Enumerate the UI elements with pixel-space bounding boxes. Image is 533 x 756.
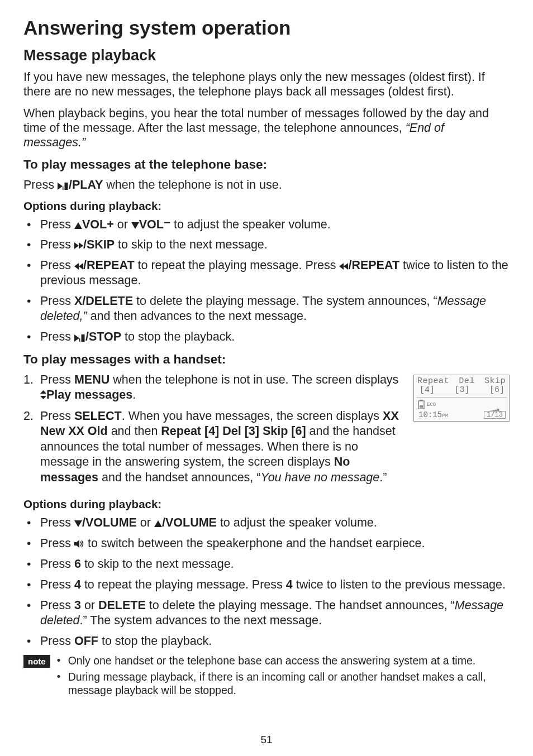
- txt: to stop the playback.: [121, 330, 235, 343]
- txt: or: [114, 218, 131, 231]
- txt: .: [132, 388, 136, 401]
- fast-forward-icon: [74, 242, 83, 249]
- svg-rect-13: [81, 334, 84, 342]
- key-4-label: 4: [286, 578, 293, 591]
- triangle-up-icon: [154, 520, 162, 527]
- txt: Press: [40, 330, 74, 343]
- notes-list: Only one handset or the telephone base c…: [56, 654, 510, 699]
- txt: Press: [40, 259, 74, 272]
- txt: Press: [40, 537, 74, 550]
- txt: Press: [40, 409, 74, 423]
- list-item: Only one handset or the telephone base c…: [56, 654, 510, 667]
- vol-minus-label: VOL–: [139, 216, 170, 231]
- updown-arrow-icon: [40, 390, 46, 399]
- list-item: Press OFF to stop the playback.: [23, 634, 510, 649]
- svg-marker-14: [40, 390, 46, 394]
- txt: twice to listen to the previous message.: [293, 578, 506, 591]
- txt: to adjust the speaker volume.: [170, 218, 331, 231]
- svg-marker-19: [74, 520, 82, 527]
- rewind-icon: [74, 263, 83, 270]
- battery-icon: [417, 400, 425, 411]
- list-item: Press /VOLUME or /VOLUME to adjust the s…: [23, 515, 510, 530]
- svg-rect-1: [63, 186, 64, 190]
- txt: and the handset announces, “: [98, 471, 260, 484]
- txt: and then: [108, 424, 161, 438]
- txt: .”: [379, 471, 387, 484]
- handset-screen-illustration: Repeat Del Skip [4] [3] [6] ECO 10:15PM: [413, 375, 510, 422]
- lcd-skip-label: Skip: [484, 377, 506, 386]
- lcd-key-4: [4]: [420, 386, 435, 395]
- intro-paragraph-1: If you have new messages, the telephone …: [23, 70, 510, 99]
- stop-button-label: /STOP: [85, 330, 121, 343]
- triangle-down-icon: [131, 222, 139, 229]
- speaker-icon: [74, 540, 84, 548]
- svg-marker-8: [74, 263, 79, 270]
- txt: Press: [40, 516, 74, 529]
- base-options-list: Press VOL+ or VOL– to adjust the speaker…: [23, 217, 510, 344]
- svg-marker-10: [339, 263, 344, 270]
- play-stop-icon: [58, 183, 69, 190]
- base-press-instruction: Press /PLAY when the telephone is not in…: [23, 178, 510, 192]
- base-play-heading: To play messages at the telephone base:: [23, 157, 510, 172]
- svg-marker-11: [74, 334, 79, 342]
- triangle-up-icon: [74, 222, 82, 229]
- list-item: During message playback, if there is an …: [56, 670, 510, 697]
- list-item: Press to switch between the speakerphone…: [23, 536, 510, 551]
- lcd-key-3: [3]: [454, 386, 469, 395]
- svg-marker-15: [40, 396, 46, 399]
- txt: or: [137, 516, 154, 529]
- txt: Press: [40, 294, 74, 308]
- svg-rect-18: [420, 405, 423, 408]
- svg-rect-2: [64, 183, 68, 190]
- txt: Press: [40, 599, 74, 612]
- txt: to repeat the playing message. Press: [135, 259, 340, 272]
- txt: . When you have messages, the screen dis…: [122, 409, 383, 423]
- lcd-time: 10:15PM: [418, 411, 448, 419]
- section-heading: Message playback: [23, 47, 510, 64]
- delete-button-label: DELETE: [98, 599, 146, 612]
- delete-button-label: X/DELETE: [74, 294, 133, 308]
- svg-marker-20: [154, 520, 162, 527]
- lcd-eco-label: ECO: [427, 403, 436, 408]
- play-button-label: /PLAY: [69, 178, 103, 192]
- svg-rect-12: [79, 338, 80, 342]
- list-item: Press 4 to repeat the playing message. P…: [23, 577, 510, 592]
- skip-button-label: /SKIP: [83, 238, 115, 251]
- txt: when the telephone is not in use. The sc…: [110, 373, 398, 386]
- options-heading-handset: Options during playback:: [23, 497, 510, 511]
- list-item: Press /REPEAT to repeat the playing mess…: [23, 258, 510, 288]
- key-3-label: 3: [74, 599, 81, 612]
- handset-options-list: Press /VOLUME or /VOLUME to adjust the s…: [23, 515, 510, 648]
- options-heading-base: Options during playback:: [23, 199, 510, 213]
- txt: to skip to the next message.: [115, 238, 268, 251]
- txt: to stop the playback.: [98, 634, 212, 648]
- intro-paragraph-2: When playback begins, you hear the total…: [23, 106, 510, 150]
- lcd-del-label: Del: [459, 377, 475, 386]
- lcd-message-count: ▁▂▃▅ 1/13: [484, 411, 506, 419]
- lcd-repeat-label: Repeat: [417, 377, 449, 386]
- txt: to adjust the speaker volume.: [217, 516, 377, 529]
- svg-marker-4: [131, 222, 139, 229]
- svg-marker-7: [79, 263, 83, 270]
- play-stop-icon: [74, 334, 85, 342]
- txt: Press: [40, 238, 74, 251]
- select-button-label: SELECT: [74, 409, 122, 423]
- txt: to switch between the speakerphone and t…: [84, 537, 425, 550]
- repeat-button-label: /REPEAT: [348, 259, 399, 272]
- page-title: Answering system operation: [23, 17, 510, 39]
- txt: Press: [40, 557, 74, 571]
- triangle-down-icon: [74, 520, 82, 527]
- lcd-key-6: [6]: [489, 386, 505, 395]
- no-message-announce: You have no message: [260, 471, 379, 484]
- note-badge: note: [23, 655, 50, 668]
- vol-plus-label: VOL+: [82, 218, 114, 231]
- txt: Press: [40, 373, 74, 386]
- txt: Press: [40, 218, 74, 231]
- svg-marker-6: [79, 242, 83, 249]
- volume-up-label: /VOLUME: [162, 516, 217, 529]
- key-6-label: 6: [74, 557, 81, 571]
- rewind-icon: [339, 263, 348, 270]
- repeat-button-label: /REPEAT: [83, 259, 135, 272]
- off-button-label: OFF: [74, 634, 98, 648]
- txt: to repeat the playing message. Press: [81, 578, 286, 591]
